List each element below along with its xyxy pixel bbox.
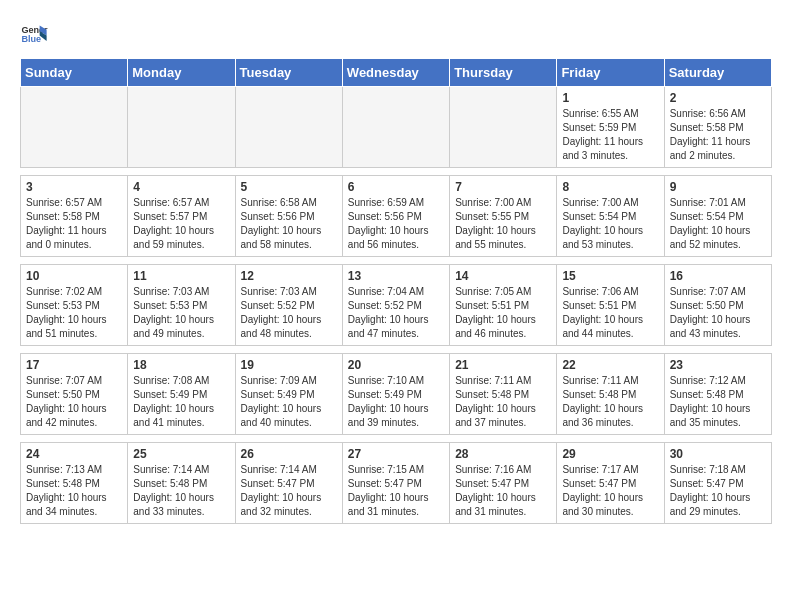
day-info: Sunrise: 7:12 AM Sunset: 5:48 PM Dayligh… [670,374,766,430]
day-number: 18 [133,358,229,372]
day-info: Sunrise: 7:14 AM Sunset: 5:47 PM Dayligh… [241,463,337,519]
calendar-cell: 23Sunrise: 7:12 AM Sunset: 5:48 PM Dayli… [664,354,771,435]
calendar-cell [21,87,128,168]
calendar-cell: 25Sunrise: 7:14 AM Sunset: 5:48 PM Dayli… [128,443,235,524]
day-info: Sunrise: 7:14 AM Sunset: 5:48 PM Dayligh… [133,463,229,519]
calendar-cell [235,87,342,168]
calendar-cell: 3Sunrise: 6:57 AM Sunset: 5:58 PM Daylig… [21,176,128,257]
calendar-cell: 16Sunrise: 7:07 AM Sunset: 5:50 PM Dayli… [664,265,771,346]
calendar-cell: 18Sunrise: 7:08 AM Sunset: 5:49 PM Dayli… [128,354,235,435]
day-number: 20 [348,358,444,372]
calendar-cell: 22Sunrise: 7:11 AM Sunset: 5:48 PM Dayli… [557,354,664,435]
calendar-cell: 5Sunrise: 6:58 AM Sunset: 5:56 PM Daylig… [235,176,342,257]
day-number: 3 [26,180,122,194]
calendar-cell: 27Sunrise: 7:15 AM Sunset: 5:47 PM Dayli… [342,443,449,524]
weekday-thursday: Thursday [450,59,557,87]
day-info: Sunrise: 7:07 AM Sunset: 5:50 PM Dayligh… [26,374,122,430]
day-number: 8 [562,180,658,194]
day-number: 30 [670,447,766,461]
day-number: 12 [241,269,337,283]
day-number: 4 [133,180,229,194]
calendar-cell: 13Sunrise: 7:04 AM Sunset: 5:52 PM Dayli… [342,265,449,346]
day-number: 21 [455,358,551,372]
day-number: 7 [455,180,551,194]
day-number: 26 [241,447,337,461]
day-number: 16 [670,269,766,283]
calendar: SundayMondayTuesdayWednesdayThursdayFrid… [20,58,772,524]
day-number: 25 [133,447,229,461]
calendar-cell: 12Sunrise: 7:03 AM Sunset: 5:52 PM Dayli… [235,265,342,346]
calendar-cell: 2Sunrise: 6:56 AM Sunset: 5:58 PM Daylig… [664,87,771,168]
day-number: 23 [670,358,766,372]
week-row-1: 1Sunrise: 6:55 AM Sunset: 5:59 PM Daylig… [21,87,772,168]
day-number: 22 [562,358,658,372]
calendar-cell: 10Sunrise: 7:02 AM Sunset: 5:53 PM Dayli… [21,265,128,346]
day-number: 2 [670,91,766,105]
day-info: Sunrise: 7:11 AM Sunset: 5:48 PM Dayligh… [562,374,658,430]
week-row-4: 17Sunrise: 7:07 AM Sunset: 5:50 PM Dayli… [21,354,772,435]
week-row-2: 3Sunrise: 6:57 AM Sunset: 5:58 PM Daylig… [21,176,772,257]
day-info: Sunrise: 6:56 AM Sunset: 5:58 PM Dayligh… [670,107,766,163]
day-number: 14 [455,269,551,283]
day-number: 13 [348,269,444,283]
calendar-cell: 14Sunrise: 7:05 AM Sunset: 5:51 PM Dayli… [450,265,557,346]
weekday-wednesday: Wednesday [342,59,449,87]
day-info: Sunrise: 7:01 AM Sunset: 5:54 PM Dayligh… [670,196,766,252]
day-info: Sunrise: 7:09 AM Sunset: 5:49 PM Dayligh… [241,374,337,430]
calendar-cell: 15Sunrise: 7:06 AM Sunset: 5:51 PM Dayli… [557,265,664,346]
calendar-cell: 29Sunrise: 7:17 AM Sunset: 5:47 PM Dayli… [557,443,664,524]
row-separator [21,168,772,176]
calendar-cell: 19Sunrise: 7:09 AM Sunset: 5:49 PM Dayli… [235,354,342,435]
logo-icon: General Blue [20,20,48,48]
week-row-5: 24Sunrise: 7:13 AM Sunset: 5:48 PM Dayli… [21,443,772,524]
day-number: 28 [455,447,551,461]
calendar-cell: 21Sunrise: 7:11 AM Sunset: 5:48 PM Dayli… [450,354,557,435]
day-info: Sunrise: 6:58 AM Sunset: 5:56 PM Dayligh… [241,196,337,252]
day-info: Sunrise: 6:55 AM Sunset: 5:59 PM Dayligh… [562,107,658,163]
calendar-cell: 30Sunrise: 7:18 AM Sunset: 5:47 PM Dayli… [664,443,771,524]
calendar-cell: 26Sunrise: 7:14 AM Sunset: 5:47 PM Dayli… [235,443,342,524]
day-info: Sunrise: 6:59 AM Sunset: 5:56 PM Dayligh… [348,196,444,252]
calendar-cell: 6Sunrise: 6:59 AM Sunset: 5:56 PM Daylig… [342,176,449,257]
day-number: 9 [670,180,766,194]
day-number: 29 [562,447,658,461]
logo: General Blue [20,20,48,48]
day-info: Sunrise: 7:03 AM Sunset: 5:52 PM Dayligh… [241,285,337,341]
calendar-cell: 24Sunrise: 7:13 AM Sunset: 5:48 PM Dayli… [21,443,128,524]
svg-text:Blue: Blue [21,34,41,44]
day-number: 27 [348,447,444,461]
calendar-cell: 9Sunrise: 7:01 AM Sunset: 5:54 PM Daylig… [664,176,771,257]
day-info: Sunrise: 7:02 AM Sunset: 5:53 PM Dayligh… [26,285,122,341]
row-separator [21,257,772,265]
calendar-cell: 11Sunrise: 7:03 AM Sunset: 5:53 PM Dayli… [128,265,235,346]
day-info: Sunrise: 7:13 AM Sunset: 5:48 PM Dayligh… [26,463,122,519]
weekday-sunday: Sunday [21,59,128,87]
day-info: Sunrise: 7:07 AM Sunset: 5:50 PM Dayligh… [670,285,766,341]
day-info: Sunrise: 7:00 AM Sunset: 5:55 PM Dayligh… [455,196,551,252]
day-number: 17 [26,358,122,372]
calendar-cell: 8Sunrise: 7:00 AM Sunset: 5:54 PM Daylig… [557,176,664,257]
calendar-cell: 1Sunrise: 6:55 AM Sunset: 5:59 PM Daylig… [557,87,664,168]
calendar-cell: 17Sunrise: 7:07 AM Sunset: 5:50 PM Dayli… [21,354,128,435]
day-info: Sunrise: 7:04 AM Sunset: 5:52 PM Dayligh… [348,285,444,341]
day-number: 15 [562,269,658,283]
day-info: Sunrise: 7:00 AM Sunset: 5:54 PM Dayligh… [562,196,658,252]
day-info: Sunrise: 7:15 AM Sunset: 5:47 PM Dayligh… [348,463,444,519]
header: General Blue [20,20,772,48]
day-number: 10 [26,269,122,283]
calendar-cell: 20Sunrise: 7:10 AM Sunset: 5:49 PM Dayli… [342,354,449,435]
weekday-monday: Monday [128,59,235,87]
day-info: Sunrise: 7:18 AM Sunset: 5:47 PM Dayligh… [670,463,766,519]
weekday-tuesday: Tuesday [235,59,342,87]
day-info: Sunrise: 7:08 AM Sunset: 5:49 PM Dayligh… [133,374,229,430]
week-row-3: 10Sunrise: 7:02 AM Sunset: 5:53 PM Dayli… [21,265,772,346]
day-info: Sunrise: 7:11 AM Sunset: 5:48 PM Dayligh… [455,374,551,430]
day-number: 19 [241,358,337,372]
calendar-cell [342,87,449,168]
calendar-cell: 7Sunrise: 7:00 AM Sunset: 5:55 PM Daylig… [450,176,557,257]
day-info: Sunrise: 6:57 AM Sunset: 5:57 PM Dayligh… [133,196,229,252]
day-info: Sunrise: 7:06 AM Sunset: 5:51 PM Dayligh… [562,285,658,341]
row-separator [21,435,772,443]
day-info: Sunrise: 7:05 AM Sunset: 5:51 PM Dayligh… [455,285,551,341]
calendar-cell: 4Sunrise: 6:57 AM Sunset: 5:57 PM Daylig… [128,176,235,257]
